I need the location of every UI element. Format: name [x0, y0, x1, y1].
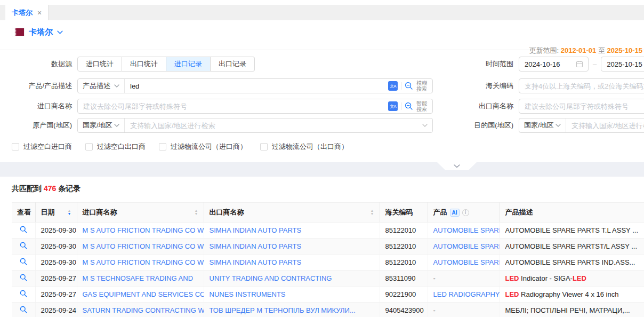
view-record-button[interactable] [12, 255, 35, 271]
link-importer[interactable]: M S AUTO FRICTION TRADING CO WLL [83, 258, 204, 266]
datasource-option-3[interactable]: 出口记录 [211, 57, 255, 72]
section-gap [0, 162, 644, 177]
view-record-button[interactable] [12, 239, 35, 255]
link-exporter[interactable]: SIMHA INDIAN AUTO PARTS [210, 258, 302, 266]
exporter-field[interactable] [519, 99, 644, 114]
hs-code-input[interactable] [519, 79, 644, 93]
origin-type-select[interactable]: 国家/地区 [78, 118, 125, 132]
table-row: 2025-09-30M S AUTO FRICTION TRADING CO W… [12, 223, 644, 239]
smart-search-icon[interactable] [405, 102, 413, 110]
ai-badge: AI [450, 209, 460, 217]
cell-importer: M S AUTO FRICTION TRADING CO WLL [77, 255, 204, 271]
filter-checkbox-2[interactable] [159, 143, 166, 150]
product-search-input[interactable] [125, 79, 388, 93]
importer-label: 进口商名称 [0, 99, 72, 114]
fuzzy-search-label[interactable]: 模糊搜索 [416, 80, 428, 92]
date-start-field[interactable] [519, 57, 589, 72]
records-table-wrap: 查看日期▲▼进口商名称▲▼出口商名称▲▼海关编码产品AIi产品描述 2025-0… [12, 202, 644, 317]
cell-exporter: SIMHA INDIAN AUTO PARTS [204, 239, 380, 255]
cell-description: AUTOMOBILE SPARE PARTS IND.ASS... [500, 255, 644, 271]
column-header-date[interactable]: 日期▲▼ [35, 203, 77, 223]
origin-type-value: 国家/地区 [83, 121, 112, 130]
exporter-input[interactable] [519, 99, 644, 113]
cell-importer: M S AUTO FRICTION TRADING CO WLL [77, 223, 204, 239]
date-end-input[interactable] [601, 57, 644, 71]
cell-importer: GAS EQUIPMENT AND SERVICES CO LTD [77, 287, 204, 303]
table-row: 2025-09-27GAS EQUIPMENT AND SERVICES CO … [12, 287, 644, 303]
translate-icon[interactable]: 文A [388, 81, 398, 91]
destination-type-select[interactable]: 国家/地区 [519, 118, 566, 132]
tab-qatar[interactable]: 卡塔尔 × [5, 5, 49, 20]
link-importer[interactable]: SATURN TRADING CONTRACTING WLL BUI... [83, 306, 204, 314]
filter-item-1[interactable]: 过滤空白出口商 [85, 142, 146, 152]
view-record-button[interactable] [12, 223, 35, 239]
cell-exporter: UNITY TRADING AND CONTRACTING [204, 271, 380, 287]
link-exporter[interactable]: NUNES INSTRUMENTS [210, 290, 286, 298]
origin-country-input[interactable] [125, 118, 422, 132]
datasource-option-1[interactable]: 出口统计 [122, 57, 166, 72]
update-range-to: 至 [598, 46, 605, 54]
calendar-icon[interactable] [576, 60, 588, 68]
view-record-button[interactable] [12, 271, 35, 287]
datasource-option-0[interactable]: 进口统计 [77, 57, 122, 72]
cell-exporter: SIMHA INDIAN AUTO PARTS [204, 255, 380, 271]
origin-field: 国家/地区 [77, 118, 433, 133]
hs-code-field[interactable] [519, 78, 644, 93]
fuzzy-search-icon[interactable] [405, 82, 413, 90]
importer-input[interactable] [78, 99, 388, 113]
column-header-exporter[interactable]: 出口商名称▲▼ [204, 203, 380, 223]
cell-product: - [428, 303, 500, 317]
info-icon[interactable]: i [462, 209, 469, 216]
link-exporter[interactable]: SIMHA INDIAN AUTO PARTS [210, 226, 302, 234]
column-label-product: 产品 [433, 208, 447, 217]
destination-label: 目的国(地区) [457, 118, 513, 133]
tab-close-icon[interactable]: × [37, 9, 42, 17]
link-importer[interactable]: GAS EQUIPMENT AND SERVICES CO LTD [83, 290, 204, 298]
cell-description: AUTOMOBILE SPARE PARTST/L ASSY ... [500, 239, 644, 255]
importer-field: 文A 智能搜索 [77, 99, 433, 114]
cell-description: AUTOMOBILE SPARE PARTS T.L ASSY ... [500, 223, 644, 239]
column-header-importer[interactable]: 进口商名称▲▼ [77, 203, 204, 223]
link-exporter[interactable]: SIMHA INDIAN AUTO PARTS [210, 242, 302, 250]
cell-hs-code: 85122010 [380, 223, 428, 239]
link-product[interactable]: AUTOMOBILE SPARE P... [433, 242, 500, 250]
filter-checkbox-3[interactable] [260, 143, 268, 150]
link-exporter[interactable]: ТОВ ШРЕДЕР М ТЕРНОПІЛЬ ВУЛ МИКУЛИ... [210, 306, 356, 314]
date-end-field[interactable] [601, 57, 644, 72]
product-type-select[interactable]: 产品描述 [78, 79, 125, 93]
tab-bar: 卡塔尔 × [0, 5, 644, 20]
date-start-input[interactable] [519, 57, 576, 71]
filter-item-3[interactable]: 过滤物流公司（出口商） [260, 142, 348, 152]
view-record-button[interactable] [12, 287, 35, 303]
cell-hs-code: 85122010 [380, 239, 428, 255]
sort-toggle-date[interactable]: ▲▼ [68, 209, 71, 216]
sort-toggle-importer[interactable]: ▲▼ [195, 209, 198, 216]
link-exporter[interactable]: UNITY TRADING AND CONTRACTING [210, 274, 332, 282]
cell-product: AUTOMOBILE SPARE P... [428, 223, 500, 239]
cell-hs-code: 9405423900 [380, 303, 428, 317]
sort-toggle-exporter[interactable]: ▲▼ [371, 209, 374, 216]
country-selector[interactable]: 卡塔尔 [12, 27, 63, 37]
link-importer[interactable]: M S TECHNOSAFE TRADING AND [83, 274, 194, 282]
destination-country-input[interactable] [566, 118, 644, 132]
link-importer[interactable]: M S AUTO FRICTION TRADING CO WLL [83, 226, 204, 234]
link-product[interactable]: LED RADIOGRAPHY VI... [433, 290, 500, 298]
divider [401, 102, 401, 110]
link-product[interactable]: AUTOMOBILE SPARE P... [433, 258, 500, 266]
view-record-button[interactable] [12, 303, 35, 317]
filter-checkbox-0[interactable] [12, 143, 19, 150]
filter-item-2[interactable]: 过滤物流公司（进口商） [159, 142, 247, 152]
product-field: 产品描述 文A 模糊搜索 [77, 78, 433, 93]
filter-checkbox-1[interactable] [85, 143, 93, 150]
cell-exporter: NUNES INSTRUMENTS [204, 287, 380, 303]
link-importer[interactable]: M S AUTO FRICTION TRADING CO WLL [83, 242, 204, 250]
smart-search-label[interactable]: 智能搜索 [416, 100, 428, 112]
qatar-flag-icon [12, 28, 25, 36]
link-product[interactable]: AUTOMOBILE SPARE P... [433, 226, 500, 234]
chevron-down-icon[interactable] [422, 124, 432, 127]
filter-item-0[interactable]: 过滤空白进口商 [12, 142, 72, 152]
cell-date: 2025-09-27 [35, 271, 77, 287]
translate-icon[interactable]: 文A [388, 101, 398, 111]
datasource-option-2[interactable]: 进口记录 [166, 57, 211, 72]
datasource-group: 进口统计出口统计进口记录出口记录 [77, 57, 255, 72]
